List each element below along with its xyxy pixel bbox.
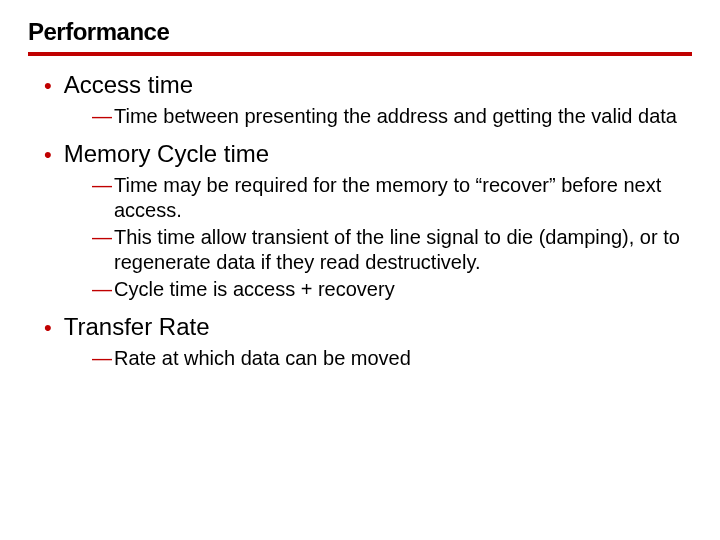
dash-icon: — [92, 104, 112, 129]
bullet-item: • Access time — Time between presenting … [44, 70, 692, 129]
sub-text: Time may be required for the memory to “… [114, 173, 692, 223]
sub-text: Time between presenting the address and … [114, 104, 677, 129]
sub-item: — Rate at which data can be moved [92, 346, 692, 371]
sub-text: This time allow transient of the line si… [114, 225, 692, 275]
sub-text: Cycle time is access + recovery [114, 277, 395, 302]
bullet-icon: • [44, 144, 52, 166]
bullet-item: • Transfer Rate — Rate at which data can… [44, 312, 692, 371]
sub-item: — Time may be required for the memory to… [92, 173, 692, 223]
sub-list: — Time between presenting the address an… [92, 104, 692, 129]
slide-title: Performance [28, 18, 692, 46]
bullet-row: • Access time [44, 70, 692, 100]
bullet-label: Memory Cycle time [64, 139, 269, 169]
dash-icon: — [92, 173, 112, 198]
dash-icon: — [92, 277, 112, 302]
bullet-row: • Memory Cycle time [44, 139, 692, 169]
bullet-label: Transfer Rate [64, 312, 210, 342]
bullet-icon: • [44, 75, 52, 97]
sub-list: — Time may be required for the memory to… [92, 173, 692, 302]
bullet-label: Access time [64, 70, 193, 100]
sub-item: — Time between presenting the address an… [92, 104, 692, 129]
sub-item: — This time allow transient of the line … [92, 225, 692, 275]
bullet-icon: • [44, 317, 52, 339]
dash-icon: — [92, 225, 112, 250]
sub-list: — Rate at which data can be moved [92, 346, 692, 371]
bullet-row: • Transfer Rate [44, 312, 692, 342]
dash-icon: — [92, 346, 112, 371]
title-underline [28, 52, 692, 56]
bullet-item: • Memory Cycle time — Time may be requir… [44, 139, 692, 302]
sub-item: — Cycle time is access + recovery [92, 277, 692, 302]
sub-text: Rate at which data can be moved [114, 346, 411, 371]
